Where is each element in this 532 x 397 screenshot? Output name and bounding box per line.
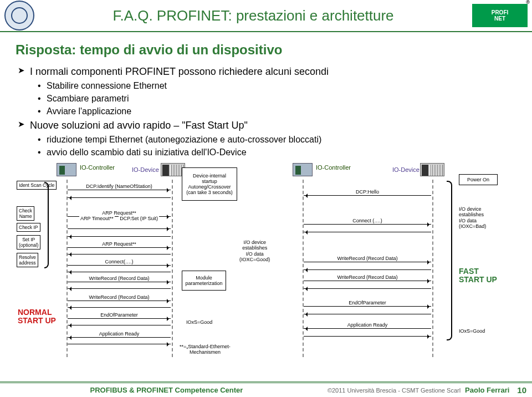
university-seal-icon [4, 1, 34, 30]
step-check-ip: Check IP [17, 223, 40, 232]
msg-end-param-resp [68, 325, 171, 325]
msg-write-2-resp [68, 307, 171, 308]
io-device-icon-r [420, 163, 444, 176]
footer-author: Paolo Ferrari [465, 386, 509, 394]
msg-arp-2: ARP Request** [68, 247, 171, 253]
step-resolve: Resolve address [17, 253, 38, 267]
bullet-2-1: riduzione tempi Ethernet (autonegoziazio… [16, 133, 516, 146]
msg-end-param: EndOfParameter [68, 318, 171, 324]
msg-app-ready-r-resp [304, 336, 431, 337]
msg-app-ready-resp [68, 344, 171, 344]
msg-write-r1-resp [304, 269, 431, 270]
brace-right-icon [447, 181, 452, 340]
lifeline-device-left [172, 180, 173, 357]
msg-write-1-resp [68, 288, 171, 289]
label-fast-startup: FAST START UP [459, 267, 497, 284]
plc-icon-r [293, 163, 313, 176]
step-set-ip: Set IP (optional) [17, 235, 40, 250]
role-io-controller-right: IO-Controller [316, 164, 351, 171]
bullet-1-3: Avviare l'applicazione [16, 105, 516, 118]
msg-dcp-identify-resp [68, 197, 171, 198]
msg-end-param-r: EndOfParameter [304, 306, 431, 312]
page-title: F.A.Q. PROFINET: prestazioni e architett… [34, 7, 472, 24]
msg-connect-r: Connect (….) [304, 224, 431, 230]
note-std-ethernet: **=„Standard-Ethernet- Mechanismen [180, 344, 231, 355]
bullet-1: I normali componenti PROFINET possono ri… [16, 64, 516, 79]
msg-dcp-hello: DCP:Hello [304, 195, 431, 201]
note-power-on: Power On [459, 174, 498, 185]
msg-connect-r-resp [304, 232, 431, 232]
msg-dcp-set: ARP Timeout** DCP.Set (IP Suit) [68, 228, 171, 235]
step-check-name: Check Name [17, 206, 34, 221]
bullet-1-2: Scambiare parametri [16, 92, 516, 105]
bullet-list: I normali componenti PROFINET possono ri… [16, 64, 516, 159]
note-ioxs-good-left: IOxS=Good [186, 319, 212, 325]
footer-title: PROFIBUS & PROFINET Competence Center [6, 386, 328, 394]
msg-dcp-identify: DCP.Identify (NameOfStation) [68, 190, 171, 196]
role-io-controller-left: IO-Controller [80, 164, 115, 171]
footer: PROFIBUS & PROFINET Competence Center ©2… [0, 381, 532, 397]
bullet-1-1: Stabilire connessione Ethernet [16, 79, 516, 92]
msg-write-r2-resp [304, 288, 431, 289]
box-module-param: Module parameterization [182, 271, 226, 291]
brace-left-icon [44, 182, 49, 268]
note-io-establish-left: I/O device establishes I/O data (IOXC=Go… [239, 240, 270, 262]
msg-connect-resp [68, 272, 171, 272]
msg-app-ready-r: Application Ready [304, 328, 431, 334]
msg-arp-2-resp [68, 254, 171, 255]
bullet-2: Nuove soluzioni ad avvio rapido – "Fast … [16, 118, 516, 133]
bullet-2-2: avvio dello scambio dati su iniziativa d… [16, 146, 516, 159]
footer-page: 10 [517, 385, 526, 395]
answer-heading: Risposta: tempo di avvio di un dispositi… [16, 42, 516, 58]
note-ioxs-good-right: IOxS=Good [459, 328, 485, 334]
msg-write-r2: WriteRecord (Record Data) [304, 281, 431, 287]
content: Risposta: tempo di avvio di un dispositi… [0, 32, 532, 362]
lifeline-device-right [432, 180, 433, 357]
role-io-device-right: IO-Device [392, 166, 420, 173]
msg-dcp-set-resp [68, 236, 171, 237]
header: F.A.Q. PROFINET: prestazioni e architett… [0, 0, 532, 32]
msg-end-param-r-resp [304, 314, 431, 314]
box-device-startup: Device-internal startup Autoneg/Crossove… [182, 167, 237, 201]
msg-write-r1: WriteRecord (Record Data) [304, 262, 431, 268]
role-io-device-left: IO-Device [132, 166, 159, 173]
msg-write-1: WriteRecord (Record Data) [68, 282, 171, 288]
note-io-establish-right: I/O device establishes I/O data (IOXC=Ba… [459, 206, 486, 229]
msg-connect: Connect(….) [68, 265, 171, 271]
footer-copyright: ©2011 Università Brescia - CSMT Gestione… [328, 387, 461, 394]
label-normal-startup: NORMAL START UP [18, 308, 56, 325]
msg-app-ready: Application Ready [68, 337, 171, 343]
step-ident-scan: Ident Scan Cycle [17, 181, 57, 190]
plc-icon [57, 163, 76, 176]
sequence-diagram: IO-Controller IO-Device Ident Scan Cycle… [16, 162, 516, 362]
profinet-logo-icon: ® PROFI NET [472, 4, 528, 27]
msg-write-2: WriteRecord (Record Data) [68, 301, 171, 307]
